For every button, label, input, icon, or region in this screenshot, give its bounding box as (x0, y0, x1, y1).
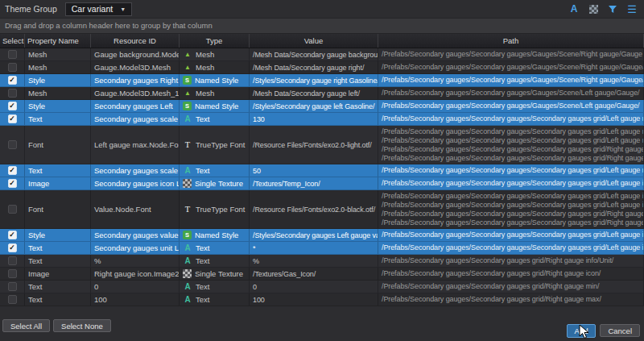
resource-id-cell: Right gauge icon.Image2D.Image (91, 268, 180, 280)
type-cell: SNamed Style (180, 100, 250, 112)
checkbox-checked[interactable]: ✓ (8, 114, 17, 123)
type-label: Text (196, 256, 209, 265)
value-cell: /Mesh Data/Secondary gauge right/ (250, 61, 378, 73)
checkbox-checked[interactable]: ✓ (8, 76, 17, 85)
path-line: /Prefabs/Secondary gauges/Secondary gaug… (382, 210, 644, 218)
grid-icon[interactable] (588, 3, 599, 15)
select-cell: ✓ (0, 242, 25, 254)
grid-icon-glyph (589, 5, 598, 14)
texture-icon (183, 179, 192, 188)
table-row[interactable]: ✓StyleSecondary gauges value LeftSNamed … (0, 229, 644, 242)
table-row[interactable]: ✓TextSecondary gauges scale min LeftATex… (0, 164, 644, 177)
path-cell: /Prefabs/Secondary gauges/Secondary gaug… (378, 229, 644, 241)
value-cell: 130 (250, 113, 378, 125)
resource-id-cell: Secondary gauges icon Left (91, 177, 180, 189)
table-row[interactable]: FontValue.Node.FontTTrueType Font/Resour… (0, 190, 644, 229)
select-cell: ✓ (0, 229, 25, 241)
checkbox-checked[interactable]: ✓ (8, 166, 17, 175)
checkbox-unchecked[interactable] (8, 63, 17, 72)
mesh-icon: ▲ (183, 63, 192, 72)
select-cell: ✓ (0, 164, 25, 177)
table-row[interactable]: ✓ImageSecondary gauges icon LeftSingle T… (0, 177, 644, 190)
value-cell: /Styles/Secondary gauge right Gasoline/ (250, 74, 378, 86)
value-cell: 50 (250, 164, 378, 177)
checkbox-checked[interactable]: ✓ (8, 243, 17, 252)
type-label: Named Style (195, 76, 238, 85)
dialog-buttons: Add Cancel (567, 324, 640, 338)
checkbox-unchecked[interactable] (8, 256, 17, 265)
table-row[interactable]: Text100AText100/Prefabs/Secondary gauges… (0, 293, 644, 306)
type-label: Text (196, 166, 209, 175)
group-by-bar[interactable]: Drag and drop a column header here to gr… (0, 18, 644, 34)
path-line: /Prefabs/Secondary gauges/Secondary gaug… (382, 218, 644, 227)
property-name-cell: Text (25, 164, 91, 177)
checkbox-unchecked[interactable] (8, 89, 17, 98)
type-cell: AText (180, 281, 250, 293)
column-header-select[interactable]: Select (0, 34, 25, 48)
value-cell: /Resource Files/Fonts/exo2.0-black.otf/ (250, 190, 378, 228)
variant-dropdown[interactable]: Car variant ▼ (65, 2, 132, 16)
resource-id-cell: 100 (91, 293, 180, 306)
path-cell: /Prefabs/Secondary gauges/Secondary gaug… (378, 87, 644, 99)
path-line: /Prefabs/Secondary gauges/Secondary gaug… (382, 243, 644, 252)
type-label: Named Style (195, 231, 238, 239)
value-cell: * (250, 242, 378, 254)
chevron-down-icon: ▼ (120, 6, 126, 12)
table-row[interactable]: MeshGauge.Model3D.Mesh▲Mesh/Mesh Data/Se… (0, 61, 644, 74)
column-header-path[interactable]: Path (378, 34, 644, 48)
filter-icon[interactable] (607, 3, 618, 15)
path-cell: /Prefabs/Secondary gauges/Secondary gaug… (378, 74, 644, 86)
type-cell: AText (180, 164, 250, 177)
select-cell (0, 48, 25, 60)
checkbox-unchecked[interactable] (8, 269, 17, 278)
text-display-icon[interactable]: A (568, 3, 580, 15)
select-none-button[interactable]: Select None (53, 319, 111, 332)
column-header-value[interactable]: Value (250, 34, 378, 48)
type-label: Mesh (196, 89, 214, 98)
text-icon: A (183, 282, 192, 291)
checkbox-unchecked[interactable] (8, 50, 17, 59)
checkbox-checked[interactable]: ✓ (8, 102, 17, 110)
column-header-property-name[interactable]: Property Name (25, 34, 91, 48)
table-row[interactable]: ImageRight gauge icon.Image2D.ImageSingl… (0, 268, 644, 281)
checkbox-unchecked[interactable] (8, 140, 17, 149)
select-cell: ✓ (0, 113, 25, 125)
resource-id-cell: Gauge.Model3D.Mesh (91, 61, 180, 73)
column-header-resource-id[interactable]: Resource ID (91, 34, 180, 48)
column-header-type[interactable]: Type (180, 34, 250, 48)
checkbox-checked[interactable]: ✓ (8, 231, 17, 239)
table-row[interactable]: FontLeft gauge max.Node.FontTTrueType Fo… (0, 126, 644, 164)
table-row[interactable]: MeshGauge.Model3D.Mesh_1▲Mesh/Mesh Data/… (0, 87, 644, 100)
table-row[interactable]: ✓TextSecondary gauges unit LeftAText*/Pr… (0, 242, 644, 255)
select-cell (0, 61, 25, 73)
table-row[interactable]: Text0AText0/Prefabs/Secondary gauges/Sec… (0, 281, 644, 293)
path-cell: /Prefabs/Secondary gauges/Secondary gaug… (378, 190, 644, 228)
add-button[interactable]: Add (567, 324, 597, 338)
table-row[interactable]: Text%AText%/Prefabs/Secondary gauges/Sec… (0, 255, 644, 268)
property-name-cell: Image (25, 177, 91, 189)
path-cell: /Prefabs/Secondary gauges/Secondary gaug… (378, 177, 644, 189)
checkbox-checked[interactable]: ✓ (8, 179, 17, 188)
property-name-cell: Style (25, 74, 91, 86)
resource-id-cell: Secondary gauges scale max Left (91, 113, 180, 125)
select-cell: ✓ (0, 177, 25, 189)
text-icon: A (183, 114, 192, 123)
property-name-cell: Image (25, 268, 91, 280)
type-cell: Single Texture (180, 268, 250, 280)
type-label: TrueType Font (196, 140, 245, 149)
select-all-button[interactable]: Select All (2, 319, 50, 332)
checkbox-unchecked[interactable] (8, 282, 17, 291)
table-row[interactable]: ✓StyleSecondary gauges LeftSNamed Style/… (0, 100, 644, 113)
value-cell: /Textures/Temp_Icon/ (250, 177, 378, 189)
table-row[interactable]: ✓TextSecondary gauges scale max LeftATex… (0, 113, 644, 126)
path-line: /Prefabs/Secondary gauges/Secondary gaug… (382, 201, 644, 210)
menu-icon[interactable]: ☰ (626, 3, 638, 15)
checkbox-unchecked[interactable] (8, 205, 17, 214)
cancel-button[interactable]: Cancel (600, 324, 640, 337)
path-line: /Prefabs/Secondary gauges/Secondary gaug… (382, 76, 644, 85)
toolbar-icons: A ☰ (568, 3, 639, 15)
table-row[interactable]: MeshGauge background.Model3D.Mesh▲Mesh/M… (0, 48, 644, 61)
resource-id-cell: Left gauge max.Node.Font (91, 126, 180, 164)
table-row[interactable]: ✓StyleSecondary gauges RightSNamed Style… (0, 74, 644, 87)
checkbox-unchecked[interactable] (8, 295, 17, 304)
